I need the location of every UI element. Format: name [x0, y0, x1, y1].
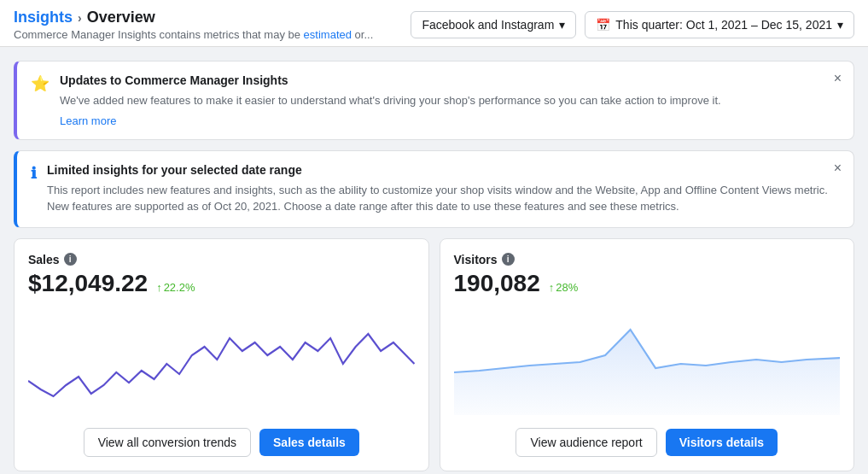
limited-alert-title: Limited insights for your selected date … [47, 163, 840, 177]
view-conversion-trends-button[interactable]: View all conversion trends [84, 428, 251, 457]
sales-value: $12,049.22 [28, 270, 148, 297]
breadcrumb-chevron-icon: › [78, 11, 82, 25]
limited-alert-close-button[interactable]: × [834, 161, 842, 175]
update-alert-text: We've added new features to make it easi… [60, 92, 840, 109]
date-dropdown-arrow-icon: ▾ [837, 18, 843, 32]
page-header: Insights › Overview Commerce Manager Ins… [0, 0, 868, 47]
sales-arrow-up-icon: ↑ [156, 281, 162, 294]
calendar-icon: 📅 [596, 18, 610, 32]
platform-dropdown-arrow-icon: ▾ [559, 18, 565, 32]
sales-change: ↑ 22.2% [156, 281, 195, 294]
header-controls: Facebook and Instagram ▾ 📅 This quarter:… [411, 11, 854, 38]
sales-change-value: 22.2% [164, 281, 195, 294]
estimated-link[interactable]: estimated [304, 28, 352, 41]
platform-selector[interactable]: Facebook and Instagram ▾ [411, 11, 576, 38]
date-range-selector[interactable]: 📅 This quarter: Oct 1, 2021 – Dec 15, 20… [585, 11, 854, 38]
sales-details-button[interactable]: Sales details [259, 429, 359, 456]
metrics-row: Sales i $12,049.22 ↑ 22.2% View all conv… [14, 238, 854, 471]
visitors-value-row: 190,082 ↑ 28% [454, 270, 841, 297]
limited-alert-card: ℹ Limited insights for your selected dat… [14, 150, 854, 228]
update-alert-card: ⭐ Updates to Commerce Manager Insights W… [14, 61, 854, 140]
visitors-value: 190,082 [454, 270, 540, 297]
sales-info-icon[interactable]: i [64, 253, 77, 266]
visitors-details-button[interactable]: Visitors details [666, 429, 778, 456]
learn-more-link[interactable]: Learn more [60, 114, 116, 127]
view-audience-report-button[interactable]: View audience report [516, 428, 656, 457]
subtitle-suffix: or... [352, 28, 373, 41]
sales-card: Sales i $12,049.22 ↑ 22.2% View all conv… [14, 238, 429, 471]
visitors-change: ↑ 28% [549, 281, 579, 294]
breadcrumb-insights-link[interactable]: Insights [14, 9, 73, 26]
star-icon: ⭐ [31, 74, 50, 93]
limited-alert-text: This report includes new features and in… [47, 182, 840, 215]
platform-selector-label: Facebook and Instagram [422, 18, 554, 32]
date-range-label: This quarter: Oct 1, 2021 – Dec 15, 2021 [615, 18, 832, 32]
visitors-info-icon[interactable]: i [502, 253, 515, 266]
update-alert-title: Updates to Commerce Manager Insights [60, 73, 840, 87]
breadcrumb-nav: Insights › Overview [14, 9, 373, 26]
visitors-title: Visitors i [454, 253, 841, 266]
visitors-card-footer: View audience report Visitors details [454, 428, 841, 457]
visitors-arrow-up-icon: ↑ [549, 281, 555, 294]
breadcrumb: Insights › Overview Commerce Manager Ins… [14, 9, 373, 41]
main-content: ⭐ Updates to Commerce Manager Insights W… [0, 47, 868, 474]
visitors-card: Visitors i 190,082 ↑ 28% [440, 238, 855, 471]
breadcrumb-subtitle: Commerce Manager Insights contains metri… [14, 28, 373, 41]
svg-marker-0 [454, 330, 841, 415]
update-alert-content: Updates to Commerce Manager Insights We'… [60, 73, 840, 127]
limited-alert-content: Limited insights for your selected date … [47, 163, 840, 215]
sales-chart [28, 304, 415, 418]
info-circle-icon: ℹ [31, 164, 37, 183]
sales-card-footer: View all conversion trends Sales details [28, 428, 415, 457]
sales-title-label: Sales [28, 253, 60, 266]
sales-title: Sales i [28, 253, 415, 266]
visitors-change-value: 28% [556, 281, 578, 294]
breadcrumb-current: Overview [87, 9, 155, 26]
subtitle-prefix: Commerce Manager Insights contains metri… [14, 28, 304, 41]
visitors-title-label: Visitors [454, 253, 498, 266]
update-alert-close-button[interactable]: × [834, 72, 842, 85]
visitors-chart [454, 304, 841, 418]
sales-value-row: $12,049.22 ↑ 22.2% [28, 270, 415, 297]
